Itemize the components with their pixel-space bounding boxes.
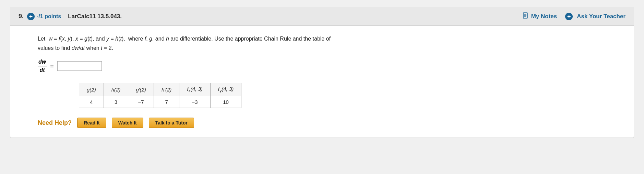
add-points-icon[interactable]: + [27,13,35,20]
fraction-denominator: dt [39,66,46,73]
val-g2: 4 [79,96,104,108]
val-h2: 3 [104,96,128,108]
val-hprime2: 7 [154,96,179,108]
val-fy43: 10 [210,96,241,108]
points-label: -/1 points [37,13,61,20]
question-number: 9. [19,13,24,20]
val-fx43: −3 [179,96,210,108]
card-header: 9. + -/1 points LarCalc11 13.5.043. My N… [10,7,634,26]
table-container: g(2) h(2) g′(2) h′(2) fx(4, 3) fy(4, 3) … [79,83,623,108]
dw-dt-fraction: dw dt [38,59,47,73]
ask-teacher-button[interactable]: + Ask Your Teacher [565,13,625,20]
question-card: 9. + -/1 points LarCalc11 13.5.043. My N… [10,7,634,138]
col-g2: g(2) [79,83,104,96]
col-h2: h(2) [104,83,128,96]
my-notes-label: My Notes [531,13,557,20]
talk-to-tutor-button[interactable]: Talk to a Tutor [149,118,194,128]
ask-teacher-label: Ask Your Teacher [577,13,625,20]
read-it-button[interactable]: Read It [77,118,106,128]
answer-input[interactable] [57,61,102,71]
need-help-label: Need Help? [38,119,72,127]
col-fx43: fx(4, 3) [179,83,210,96]
fraction-row: dw dt = [38,59,623,73]
my-notes-button[interactable]: My Notes [522,12,557,21]
problem-id: LarCalc11 13.5.043. [68,13,522,20]
watch-it-button[interactable]: Watch It [112,118,143,128]
values-table: g(2) h(2) g′(2) h′(2) fx(4, 3) fy(4, 3) … [79,83,241,108]
fraction-numerator: dw [38,59,47,66]
need-help-row: Need Help? Read It Watch It Talk to a Tu… [38,118,623,128]
val-gprime2: −7 [128,96,154,108]
table-header-row: g(2) h(2) g′(2) h′(2) fx(4, 3) fy(4, 3) [79,83,241,96]
notes-icon [522,12,529,21]
equals-sign: = [50,63,54,70]
table-data-row: 4 3 −7 7 −3 10 [79,96,241,108]
ask-teacher-add-icon: + [565,13,573,20]
header-actions: My Notes + Ask Your Teacher [522,12,625,21]
col-hprime2: h′(2) [154,83,179,96]
card-body: Let w = f(x, y), x = g(t), and y = h(t),… [10,26,634,138]
col-fy43: fy(4, 3) [210,83,241,96]
problem-text: Let w = f(x, y), x = g(t), and y = h(t),… [38,34,623,53]
col-gprime2: g′(2) [128,83,154,96]
